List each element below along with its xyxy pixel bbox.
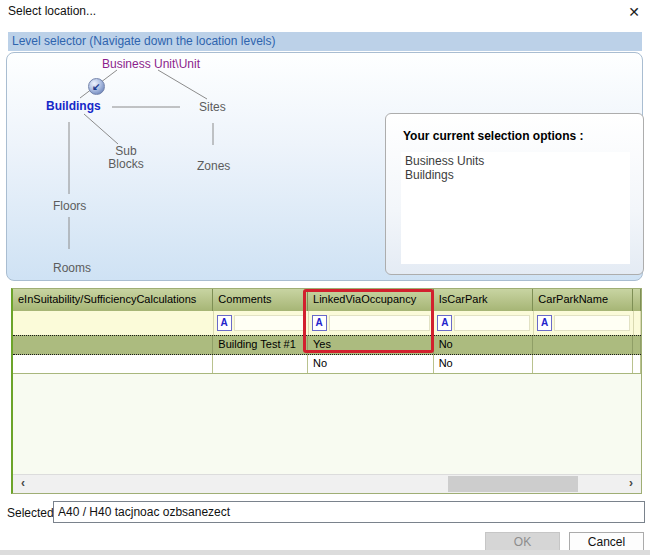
filter-cell-partial: [634, 311, 641, 335]
navigate-down-icon[interactable]: ↙: [88, 78, 105, 95]
filter-a-icon[interactable]: A: [312, 315, 327, 331]
column-header-partial: [633, 289, 641, 311]
grid-filter-row: A A A A: [13, 311, 641, 335]
cancel-button[interactable]: Cancel: [569, 532, 644, 551]
node-floors[interactable]: Floors: [53, 199, 86, 213]
window-bottom-edge: [0, 550, 650, 555]
close-icon[interactable]: ✕: [624, 2, 644, 22]
level-selector-bar: Level selector (Navigate down the locati…: [8, 32, 642, 51]
locations-grid: eInSuitability/SufficiencyCalculations C…: [11, 288, 642, 494]
selected-label: Selected: [7, 506, 54, 520]
table-cell[interactable]: [13, 355, 213, 373]
filter-cell[interactable]: A: [309, 311, 435, 335]
current-selection-options-title: Your current selection options :: [403, 129, 583, 143]
level-diagram-panel: Business Unit\Unit ↙ Buildings Sites Sub…: [6, 52, 643, 281]
node-sites[interactable]: Sites: [199, 100, 226, 114]
ok-button[interactable]: OK: [485, 532, 560, 551]
filter-a-icon[interactable]: A: [437, 315, 452, 331]
filter-input[interactable]: [554, 315, 630, 331]
current-selection-options-box: Your current selection options : Busines…: [385, 113, 644, 275]
table-cell-partial: [633, 355, 641, 373]
table-cell[interactable]: [213, 355, 308, 373]
column-header[interactable]: eInSuitability/SufficiencyCalculations: [13, 289, 213, 311]
node-rooms[interactable]: Rooms: [53, 261, 91, 275]
table-cell[interactable]: No: [434, 355, 534, 373]
table-cell[interactable]: No: [308, 355, 434, 373]
table-cell[interactable]: Yes: [308, 336, 434, 354]
filter-a-icon[interactable]: A: [217, 315, 232, 331]
filter-input[interactable]: [234, 315, 305, 331]
table-cell[interactable]: [13, 336, 213, 354]
grid-header-row: eInSuitability/SufficiencyCalculations C…: [13, 289, 641, 311]
table-cell-partial: [633, 336, 641, 354]
filter-input[interactable]: [329, 315, 431, 331]
table-row[interactable]: No No: [13, 355, 641, 374]
current-selection-options-list[interactable]: Business Units Buildings: [401, 152, 630, 264]
column-header[interactable]: Comments: [213, 289, 308, 311]
column-header[interactable]: LinkedViaOccupancy: [308, 289, 434, 311]
table-cell[interactable]: [533, 336, 633, 354]
column-header[interactable]: CarParkName: [533, 289, 633, 311]
filter-input[interactable]: [454, 315, 530, 331]
scroll-right-icon[interactable]: ›: [623, 475, 639, 493]
window-title: Select location...: [8, 4, 96, 18]
scroll-left-icon[interactable]: ‹: [15, 475, 31, 493]
node-sub-blocks[interactable]: Sub Blocks: [103, 145, 149, 171]
selection-option-item[interactable]: Buildings: [405, 168, 630, 182]
selected-input[interactable]: [53, 501, 645, 523]
table-cell[interactable]: Building Test #1: [213, 336, 308, 354]
table-cell[interactable]: No: [434, 336, 534, 354]
scrollbar-thumb[interactable]: [448, 476, 578, 492]
node-business-unit[interactable]: Business Unit\Unit: [102, 57, 200, 71]
table-cell[interactable]: [533, 355, 633, 373]
filter-cell[interactable]: A: [534, 311, 634, 335]
horizontal-scrollbar[interactable]: ‹ ›: [13, 474, 641, 493]
filter-cell[interactable]: A: [434, 311, 534, 335]
node-zones[interactable]: Zones: [197, 159, 230, 173]
table-row-selected[interactable]: Building Test #1 Yes No: [13, 335, 641, 355]
selection-option-item[interactable]: Business Units: [405, 154, 630, 168]
column-header[interactable]: IsCarPark: [434, 289, 534, 311]
filter-a-icon[interactable]: A: [537, 315, 552, 331]
filter-cell[interactable]: A: [214, 311, 309, 335]
filter-cell[interactable]: [13, 311, 214, 335]
grid-empty-area: [13, 374, 641, 474]
node-buildings[interactable]: Buildings: [46, 99, 101, 113]
